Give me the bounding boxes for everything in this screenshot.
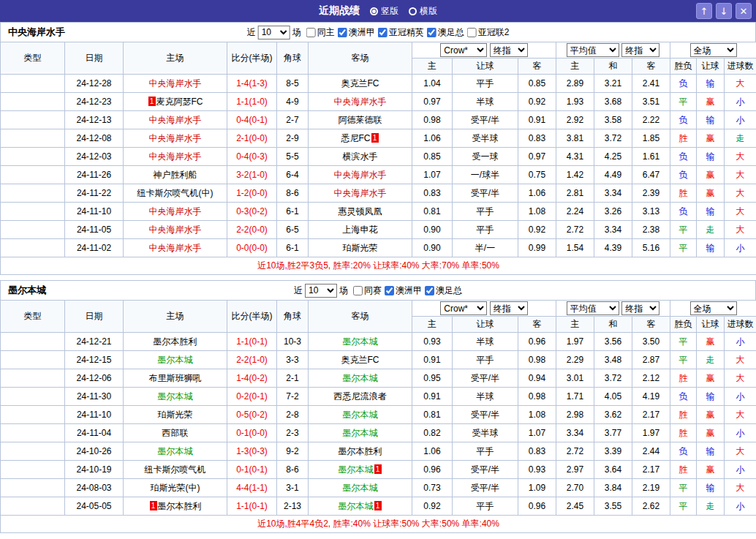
corner-cell: 7-2 (277, 388, 309, 406)
away-team-cell: 奥克兰FC (309, 75, 412, 93)
handicap-result-cell: 走 (697, 497, 725, 516)
odds-away-cell: 0.98 (518, 388, 556, 406)
scope-select[interactable]: 全场 (690, 301, 737, 315)
league-filter-checkbox[interactable] (378, 28, 388, 37)
corner-cell: 2-1 (277, 369, 309, 388)
horizontal-layout-radio[interactable]: 横版 (409, 5, 437, 18)
league-cell: 澳足总 (1, 479, 65, 497)
date-cell: 24-11-02 (65, 239, 124, 257)
handicap-result-cell: 输 (697, 75, 725, 93)
avg-away-cell: 2.62 (632, 497, 670, 516)
col-odds-away: 客 (518, 59, 556, 75)
average-final-select[interactable]: 终指 (621, 301, 659, 315)
league-filter-option[interactable]: 亚冠精英 (378, 26, 424, 39)
odds-home-cell: 0.91 (412, 351, 453, 369)
arrow-down-icon: ↓ (720, 6, 728, 17)
league-filter-option[interactable]: 澳洲甲 (385, 284, 422, 297)
average-final-select[interactable]: 终指 (621, 43, 659, 57)
match-row: 澳洲甲24-12-08中央海岸水手2-1(0-0)2-9悉尼FC11.06受半球… (1, 129, 756, 148)
avg-home-cell: 3.01 (556, 369, 594, 388)
col-odds-away: 客 (518, 317, 556, 333)
league-filter-checkbox[interactable] (427, 28, 436, 37)
odds-handicap-cell: 平手 (453, 497, 518, 516)
vertical-layout-radio[interactable]: 竖版 (370, 5, 398, 18)
league-filter-option[interactable]: 澳洲甲 (338, 26, 375, 39)
matches-label: 场 (339, 284, 348, 297)
goals-result-cell: 小 (725, 239, 756, 257)
odds-away-cell: 0.99 (518, 239, 556, 257)
red-card-badge: 1 (148, 97, 156, 106)
odds-company-select[interactable]: Crow* (440, 301, 487, 315)
match-row: 澳洲甲24-10-19纽卡斯尔喷气机0-1(0-1)8-6墨尔本城10.96受平… (1, 461, 756, 479)
avg-draw-cell: 4.49 (594, 166, 632, 184)
score-cell: 1-4(0-2) (227, 369, 277, 388)
match-count-select[interactable]: 10 (258, 26, 290, 39)
close-button[interactable]: ✕ (736, 3, 752, 19)
odds-final-select[interactable]: 终指 (490, 43, 528, 57)
league-filter-option[interactable]: 澳足总 (425, 284, 462, 297)
handicap-result-cell: 输 (697, 111, 725, 129)
team-name-text: 纽卡斯尔喷气机 (145, 464, 206, 475)
league-cell: 亚冠精英 (1, 166, 65, 184)
odds-handicap-cell: 受平/半 (453, 479, 518, 497)
league-filter-option[interactable]: 澳足总 (427, 26, 464, 39)
league-filter-checkbox[interactable] (338, 28, 347, 37)
league-filter-checkbox[interactable] (425, 286, 434, 295)
league-filter-option[interactable]: 亚冠联2 (467, 26, 510, 39)
league-cell: 澳洲甲 (1, 497, 65, 516)
league-filter-label: 同赛 (364, 284, 382, 297)
results-table: 类型 日期 主场 比分(半场) 角球 客场 Crow* 终指 平均值 终指 (0, 42, 756, 275)
league-filter-option[interactable]: 同主 (306, 26, 335, 39)
corner-cell: 6-5 (277, 221, 309, 239)
col-corner: 角球 (277, 42, 309, 75)
corner-cell: 10-3 (277, 333, 309, 351)
league-filter-checkbox[interactable] (385, 286, 394, 295)
goals-result-cell: 小 (725, 333, 756, 351)
odds-handicap-cell: 平手 (453, 221, 518, 239)
col-result: 胜负 (670, 59, 697, 75)
result-cell: 负 (670, 166, 697, 184)
average-odds-select[interactable]: 平均值 (567, 43, 619, 57)
odds-handicap-cell: 受平/半 (453, 184, 518, 203)
league-filter-checkbox[interactable] (353, 286, 363, 295)
avg-away-cell: 4.19 (632, 388, 670, 406)
odds-final-select[interactable]: 终指 (490, 301, 528, 315)
avg-away-cell: 2.12 (632, 369, 670, 388)
team-name-text: 中央海岸水手 (149, 243, 202, 253)
goals-result-cell: 小 (725, 461, 756, 479)
league-filter-checkbox[interactable] (306, 28, 316, 37)
odds-home-cell: 0.97 (412, 93, 453, 111)
avg-home-cell: 2.72 (556, 221, 594, 239)
odds-away-cell: 0.97 (518, 148, 556, 166)
average-odds-select[interactable]: 平均值 (567, 301, 619, 315)
avg-home-cell: 4.31 (556, 148, 594, 166)
move-down-button[interactable]: ↓ (716, 3, 732, 19)
handicap-result-cell: 输 (697, 239, 725, 257)
scope-select[interactable]: 全场 (690, 43, 737, 57)
titlebar-center: 近期战绩 竖版 横版 (0, 0, 756, 22)
odds-company-select[interactable]: Crow* (440, 43, 487, 57)
result-cell: 胜 (670, 406, 697, 424)
odds-home-cell: 1.06 (412, 442, 453, 461)
team-section-central-coast: 中央海岸水手 近 10 场 同主澳洲甲亚冠精英澳足总亚冠联2 类型 日期 主场 (0, 22, 756, 275)
corner-cell: 3-1 (277, 479, 309, 497)
avg-draw-cell: 3.84 (594, 479, 632, 497)
matches-label: 场 (292, 26, 301, 39)
col-avg-away: 客 (632, 317, 670, 333)
handicap-result-cell: 输 (697, 148, 725, 166)
league-filter-label: 亚冠精英 (389, 26, 424, 39)
col-result: 胜负 (670, 317, 697, 333)
odds-home-cell: 0.98 (412, 111, 453, 129)
move-up-button[interactable]: ↑ (696, 3, 712, 19)
league-filter-option[interactable]: 同赛 (353, 284, 382, 297)
score-cell: 1-1(0-1) (227, 333, 277, 351)
handicap-result-cell: 走 (697, 221, 725, 239)
match-count-select[interactable]: 10 (305, 284, 337, 298)
away-team-cell: 中央海岸水手 (309, 166, 412, 184)
goals-result-cell: 走 (725, 129, 756, 148)
result-cell: 负 (670, 442, 697, 461)
avg-draw-cell: 4.05 (594, 388, 632, 406)
handicap-result-cell: 赢 (697, 406, 725, 424)
goals-result-cell: 小 (725, 497, 756, 516)
league-filter-checkbox[interactable] (467, 28, 477, 37)
